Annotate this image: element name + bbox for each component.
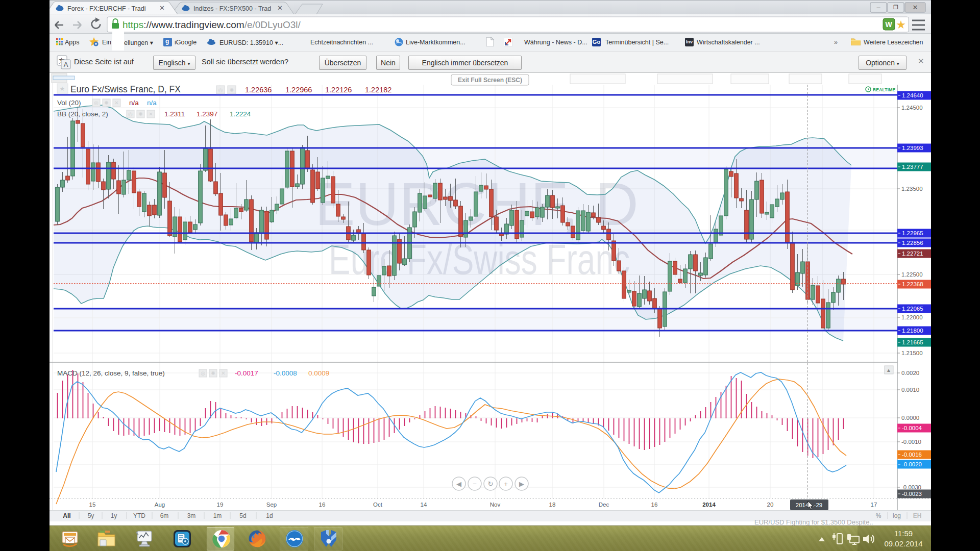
svg-text:1m: 1m — [213, 512, 222, 519]
svg-text:Sep: Sep — [266, 502, 277, 508]
svg-text:1.22500: 1.22500 — [901, 271, 923, 278]
svg-text:-0.0016: -0.0016 — [902, 452, 922, 458]
svg-text:1d: 1d — [266, 512, 273, 519]
svg-text:18: 18 — [549, 502, 556, 508]
svg-text:0.0000: 0.0000 — [901, 415, 919, 421]
svg-text:◎: ◎ — [94, 100, 99, 106]
svg-text:2014: 2014 — [702, 502, 716, 508]
svg-text:EH: EH — [913, 512, 922, 519]
svg-text:❐: ❐ — [893, 4, 898, 10]
svg-text:16: 16 — [651, 502, 658, 508]
svg-text:1.24500: 1.24500 — [901, 105, 923, 111]
svg-text:0.0010: 0.0010 — [901, 387, 919, 393]
svg-text:1.21800: 1.21800 — [902, 328, 923, 334]
svg-text:Oct: Oct — [373, 502, 383, 508]
svg-text:Forex - FX:EURCHF - Tradi: Forex - FX:EURCHF - Tradi — [67, 5, 146, 12]
svg-text:-0.0023: -0.0023 — [902, 491, 922, 497]
svg-text:◎: ◎ — [201, 370, 205, 376]
svg-text:1.22065: 1.22065 — [902, 306, 923, 312]
svg-text:0.0020: 0.0020 — [901, 370, 919, 376]
svg-text:1.22856: 1.22856 — [902, 240, 923, 246]
svg-text:1.23500: 1.23500 — [901, 186, 923, 192]
svg-text:5d: 5d — [239, 512, 246, 519]
svg-text:1.22126: 1.22126 — [325, 86, 352, 94]
svg-text:log: log — [893, 512, 901, 519]
svg-text:★: ★ — [896, 18, 906, 31]
svg-text:19: 19 — [217, 502, 224, 508]
svg-text:1.22965: 1.22965 — [902, 230, 923, 236]
svg-text:17: 17 — [871, 502, 877, 508]
svg-text:0.0009: 0.0009 — [308, 369, 329, 377]
svg-text:6m: 6m — [160, 512, 169, 519]
svg-text:1y: 1y — [111, 512, 117, 519]
svg-text:n/a: n/a — [129, 99, 139, 107]
svg-text:✕: ✕ — [277, 4, 283, 12]
svg-text:✺: ✺ — [138, 111, 142, 117]
svg-text:1.2311: 1.2311 — [164, 110, 185, 118]
svg-text:−: − — [473, 480, 477, 488]
svg-text:Aug: Aug — [155, 502, 165, 508]
svg-text:1.21665: 1.21665 — [902, 339, 923, 345]
svg-text:%: % — [876, 512, 881, 519]
svg-text:-0.0004: -0.0004 — [902, 425, 922, 431]
svg-text:A: A — [64, 61, 68, 68]
svg-text:Vol (20): Vol (20) — [57, 99, 81, 107]
svg-text:15: 15 — [89, 502, 96, 508]
svg-text:✕: ✕ — [149, 111, 153, 117]
svg-text:1.22368: 1.22368 — [902, 281, 923, 287]
svg-text:Dec: Dec — [599, 502, 609, 508]
svg-text:1.23993: 1.23993 — [902, 145, 923, 151]
svg-text:-0.0017: -0.0017 — [235, 369, 258, 377]
svg-text:Nov: Nov — [490, 502, 501, 508]
svg-text:1.22182: 1.22182 — [365, 86, 391, 94]
svg-text:All: All — [63, 512, 70, 519]
svg-text:14: 14 — [421, 502, 427, 508]
svg-text:-0.0008: -0.0008 — [274, 369, 297, 377]
svg-text:↻: ↻ — [488, 480, 494, 488]
svg-text:n/a: n/a — [147, 99, 157, 107]
svg-text:-0.0010: -0.0010 — [901, 439, 921, 445]
svg-text:MACD (12, 26, close, 9, false,: MACD (12, 26, close, 9, false, true) — [57, 369, 165, 377]
svg-text:W: W — [885, 20, 892, 29]
svg-text:1.21500: 1.21500 — [901, 350, 923, 356]
svg-text:✺: ✺ — [230, 87, 234, 93]
svg-text:20: 20 — [767, 502, 774, 508]
svg-text:1.23777: 1.23777 — [902, 164, 923, 170]
svg-text:+: + — [504, 480, 508, 488]
svg-text:EUR/USD Fighting for $1.3500 D: EUR/USD Fighting for $1.3500 Despite.. — [754, 518, 873, 525]
svg-text:◀: ◀ — [456, 480, 461, 488]
svg-text:✕: ✕ — [913, 4, 918, 11]
svg-text:1.24640: 1.24640 — [902, 92, 923, 98]
svg-text:-0.0020: -0.0020 — [902, 461, 922, 467]
svg-text:✕: ✕ — [114, 100, 118, 106]
svg-text:5y: 5y — [88, 512, 94, 519]
svg-text:1.22636: 1.22636 — [245, 86, 272, 94]
svg-text:▲: ▲ — [886, 367, 891, 373]
svg-text:16: 16 — [319, 502, 326, 508]
svg-text:✕: ✕ — [221, 370, 225, 376]
svg-text:–: – — [876, 4, 880, 11]
svg-text:✺: ✺ — [211, 370, 215, 376]
svg-text:1.22000: 1.22000 — [901, 314, 923, 320]
svg-text:Indizes - FX:SPX500 - Trad: Indizes - FX:SPX500 - Trad — [193, 5, 271, 12]
svg-text:◎: ◎ — [218, 87, 223, 93]
svg-text:1.2224: 1.2224 — [230, 110, 251, 118]
svg-text:1.22721: 1.22721 — [902, 251, 923, 257]
svg-text:✕: ✕ — [159, 4, 165, 12]
svg-text:1.2397: 1.2397 — [197, 110, 217, 118]
svg-text:1.22966: 1.22966 — [285, 86, 312, 94]
svg-text:BB (20, close, 2): BB (20, close, 2) — [57, 110, 108, 118]
svg-text:◎: ◎ — [128, 111, 133, 117]
svg-text:★: ★ — [60, 85, 65, 92]
svg-text:https://www.tradingview.com/e/: https://www.tradingview.com/e/0DLyuO3l/ — [122, 19, 301, 30]
svg-text:REALTIME: REALTIME — [873, 87, 896, 92]
svg-text:3m: 3m — [187, 512, 196, 519]
svg-text:Euro Fx/Swiss Franc, D, FX: Euro Fx/Swiss Franc, D, FX — [70, 84, 181, 94]
svg-text:✺: ✺ — [104, 100, 108, 106]
svg-text:YTD: YTD — [133, 512, 145, 519]
svg-text:Exit Full Screen (ESC): Exit Full Screen (ESC) — [458, 77, 522, 84]
svg-text:▶: ▶ — [519, 480, 524, 488]
svg-text:-0.0030: -0.0030 — [901, 484, 921, 490]
